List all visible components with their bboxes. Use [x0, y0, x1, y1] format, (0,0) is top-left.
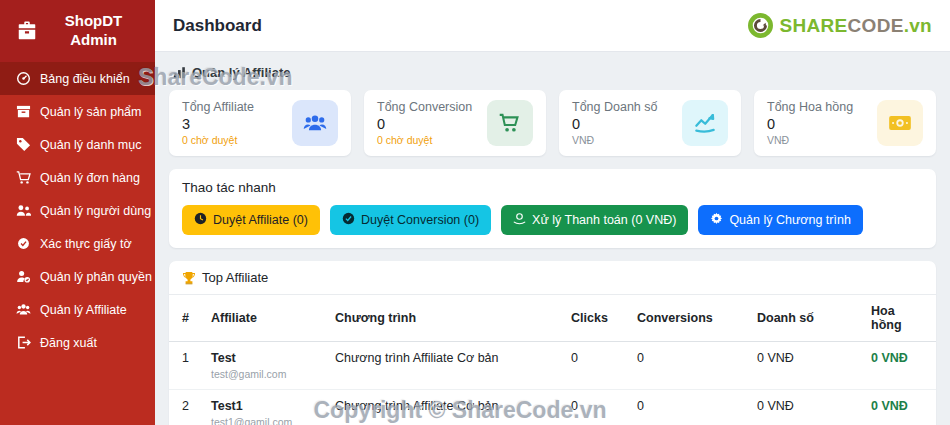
row-index: 1 [169, 342, 203, 390]
check-circle-icon [342, 212, 355, 228]
affiliate-email: test@gamil.com [211, 368, 319, 380]
logo-text-share: SHARE [780, 15, 848, 36]
archive-icon [16, 104, 31, 119]
trophy-icon [182, 271, 196, 285]
sidebar-header: ShopDT Admin [0, 0, 155, 62]
sidebar-item-label: Quản lý người dùng [40, 204, 151, 218]
sidebar-item-permissions[interactable]: Quản lý phân quyền [0, 260, 155, 293]
top-affiliate-title: Top Affiliate [202, 270, 268, 285]
app-window: ShopDT Admin Bảng điều khiển Quản lý sản… [0, 0, 950, 425]
tag-icon [16, 137, 31, 152]
sidebar-item-orders[interactable]: Quản lý đơn hàng [0, 161, 155, 194]
stat-note: 0 chờ duyệt [182, 134, 254, 146]
affiliate-name: Test [211, 351, 319, 365]
affiliate-cell: Test1 test1@gamil.com [203, 390, 327, 425]
main-area: Dashboard SHARECODE.vn Quản lý Affiliate… [155, 0, 950, 425]
commission-cell: 0 VNĐ [863, 390, 936, 425]
logout-icon [16, 335, 31, 350]
clicks-cell: 0 [563, 342, 629, 390]
bar-chart-icon [173, 66, 186, 79]
sidebar: ShopDT Admin Bảng điều khiển Quản lý sản… [0, 0, 155, 425]
conversions-cell: 0 [629, 342, 749, 390]
sharecode-logo[interactable]: SHARECODE.vn [747, 12, 932, 39]
process-payment-button[interactable]: Xử lý Thanh toán (0 VNĐ) [501, 205, 688, 235]
table-row: 1 Test test@gamil.com Chương trình Affil… [169, 342, 936, 390]
stat-note: 0 chờ duyệt [377, 134, 472, 146]
users-icon [16, 203, 31, 218]
top-affiliate-header: Top Affiliate [169, 270, 936, 295]
shop-icon [16, 20, 38, 42]
conversions-cell: 0 [629, 390, 749, 425]
line-chart-icon [682, 100, 728, 146]
approve-conversion-button[interactable]: Duyệt Conversion (0) [330, 205, 491, 235]
stat-note: VNĐ [572, 134, 657, 146]
patch-check-icon [16, 236, 31, 251]
column-header: Affiliate [203, 295, 327, 342]
stat-card-total-affiliate: Tổng Affiliate 3 0 chờ duyệt [169, 90, 351, 156]
cash-coin-icon [513, 212, 526, 228]
stat-title: Tổng Conversion [377, 100, 472, 114]
row-index: 2 [169, 390, 203, 425]
column-header: Doanh số [749, 295, 863, 342]
section-header: Quản lý Affiliate [173, 65, 936, 80]
affiliate-email: test1@gamil.com [211, 416, 319, 425]
approve-affiliate-button[interactable]: Duyệt Affiliate (0) [182, 205, 320, 235]
speedometer-icon [16, 71, 31, 86]
logo-text-code: CODE [848, 15, 904, 36]
sidebar-item-categories[interactable]: Quản lý danh mục [0, 128, 155, 161]
revenue-cell: 0 VNĐ [749, 342, 863, 390]
sidebar-item-label: Quản lý Affiliate [40, 303, 127, 317]
top-affiliate-card: Top Affiliate # Affiliate Chương trình C… [169, 261, 936, 425]
stat-value: 3 [182, 116, 254, 132]
top-affiliate-table: # Affiliate Chương trình Clicks Conversi… [169, 295, 936, 425]
logo-text-vn: .vn [904, 15, 932, 36]
column-header: Hoa hồng [863, 295, 936, 342]
table-header-row: # Affiliate Chương trình Clicks Conversi… [169, 295, 936, 342]
manage-program-button[interactable]: Quản lý Chương trình [698, 205, 862, 235]
sidebar-item-affiliate[interactable]: Quản lý Affiliate [0, 293, 155, 326]
gear-icon [710, 212, 723, 228]
sidebar-item-label: Bảng điều khiển [40, 72, 130, 86]
program-cell: Chương trình Affiliate Cơ bản [327, 342, 563, 390]
sidebar-item-logout[interactable]: Đăng xuất [0, 326, 155, 359]
sidebar-item-label: Đăng xuất [40, 336, 97, 350]
person-check-icon [16, 269, 31, 284]
people-icon [16, 302, 31, 317]
sidebar-item-label: Quản lý phân quyền [40, 270, 152, 284]
app-title: ShopDT Admin [48, 12, 139, 50]
program-cell: Chương trình Affiliate Cơ bản [327, 390, 563, 425]
table-row: 2 Test1 test1@gamil.com Chương trình Aff… [169, 390, 936, 425]
clicks-cell: 0 [563, 390, 629, 425]
users-group-icon [292, 100, 338, 146]
stat-card-total-commission: Tổng Hoa hồng 0 VNĐ [754, 90, 936, 156]
column-header: # [169, 295, 203, 342]
quick-actions-row: Duyệt Affiliate (0) Duyệt Conversion (0)… [182, 205, 923, 235]
stat-title: Tổng Hoa hồng [767, 100, 853, 114]
clock-icon [194, 212, 207, 228]
quick-actions-card: Thao tác nhanh Duyệt Affiliate (0) Duyệt… [169, 169, 936, 248]
stat-title: Tổng Doanh số [572, 100, 657, 114]
sidebar-item-dashboard[interactable]: Bảng điều khiển [0, 62, 155, 95]
stat-card-total-conversion: Tổng Conversion 0 0 chờ duyệt [364, 90, 546, 156]
dashboard-content: Quản lý Affiliate Tổng Affiliate 3 0 chờ… [155, 52, 950, 425]
affiliate-name: Test1 [211, 399, 319, 413]
revenue-cell: 0 VNĐ [749, 390, 863, 425]
sharecode-icon [747, 12, 774, 39]
stat-value: 0 [767, 116, 853, 132]
sidebar-item-label: Quản lý danh mục [40, 138, 141, 152]
cart-icon [16, 170, 31, 185]
sidebar-item-products[interactable]: Quản lý sản phẩm [0, 95, 155, 128]
section-title: Quản lý Affiliate [192, 65, 290, 80]
stat-title: Tổng Affiliate [182, 100, 254, 114]
cart-icon [487, 100, 533, 146]
stat-note: VNĐ [767, 134, 853, 146]
stat-value: 0 [572, 116, 657, 132]
sidebar-item-verify-documents[interactable]: Xác thực giấy tờ [0, 227, 155, 260]
column-header: Clicks [563, 295, 629, 342]
cash-icon [877, 100, 923, 146]
sidebar-item-users[interactable]: Quản lý người dùng [0, 194, 155, 227]
page-title: Dashboard [173, 16, 262, 36]
column-header: Chương trình [327, 295, 563, 342]
stats-row: Tổng Affiliate 3 0 chờ duyệt Tổng Conver… [169, 90, 936, 156]
stat-card-total-revenue: Tổng Doanh số 0 VNĐ [559, 90, 741, 156]
